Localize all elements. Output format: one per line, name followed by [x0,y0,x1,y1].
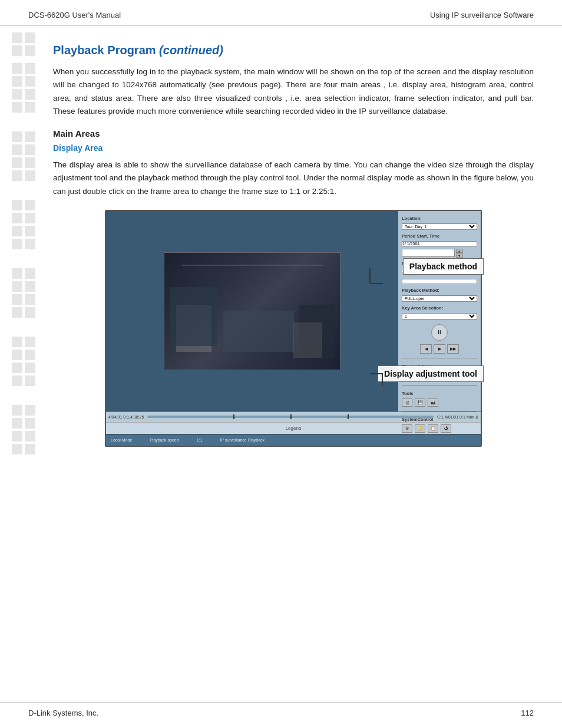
video-area: Front Door 2001/01/03 01:38:24 Playback … [106,211,398,411]
timeline-left: 4/04/01 0:1,4:38:25 [108,415,144,419]
timeline-bar[interactable] [147,416,434,418]
status-playback-speed: Playback speed [150,438,178,442]
display-adj-label: DisplayAdjust [402,364,477,369]
footer-left: D-Link Systems, Inc. [28,709,98,717]
intro-paragraph: When you successfully log in to the play… [53,65,534,118]
display-adj-row: 🔍 🔍 ■ [402,371,477,381]
status-bar: Local Mode Playback speed 1:1 IP surveil… [106,434,481,446]
period-end-time2-input[interactable] [402,279,477,284]
tools-label: Tools [402,391,477,396]
zoom-out-icon[interactable]: 🔍 [414,371,423,381]
location-select[interactable]: Tour: Day_1 [402,223,477,230]
key-area-label: Key Area Selection: [402,305,477,311]
sys-icon-3[interactable]: 📋 [428,424,438,433]
footer-right: 112 [521,709,534,717]
color-adj-icon[interactable]: ■ [425,371,435,381]
tool-cam-icon[interactable]: 📷 [428,398,438,407]
main-circle-button-group: ⏸ [402,324,477,341]
section-title: Playback Program (continued) [53,44,534,57]
period-end-time-input[interactable] [402,249,455,257]
video-frame: Front Door 2001/01/03 01:38:24 [164,252,340,370]
play-btn-next[interactable]: ▶▶ [447,344,459,354]
status-ip: IP surveillance Playback [220,438,265,442]
sys-icon-2[interactable]: 🔔 [415,424,425,433]
playback-method-label: Playback Method: [402,288,477,293]
sys-icon-1[interactable]: ⚙ [402,424,412,433]
legend-label: Legend [286,426,302,431]
sidebar-decoration [12,32,35,471]
screenshot-inner: Front Door 2001/01/03 01:38:24 Playback … [106,211,481,411]
display-area-subtitle: Display Area [53,143,534,153]
display-area-text: The display area is able to show the sur… [53,159,534,198]
period-start-input[interactable] [402,241,477,246]
system-ctrl-row: ⚙ 🔔 📋 ⏻ [402,424,477,433]
zoom-in-icon[interactable]: 🔍 [402,371,411,381]
video-content [164,253,340,370]
main-content: Playback Program (continued) When you su… [53,26,534,447]
header-right: Using IP surveillance Software [430,11,534,19]
status-ratio: 1:1 [197,438,203,442]
period-start-label: Period Start. Time [402,233,477,239]
playback-method-select[interactable]: FULL-oper [402,295,477,302]
main-areas-title: Main Areas [53,129,534,139]
tools-row: 🖨 💾 📷 [402,398,477,407]
key-area-select[interactable]: 1 [402,313,477,319]
spinner-up[interactable]: ▲ [456,249,463,253]
period-end-spinner: ▲ ▼ [402,249,477,258]
play-btn-prev[interactable]: ◀ [420,344,432,354]
panel-divider-3 [402,411,477,411]
play-controls: ◀ ▶ ▶▶ [402,344,477,354]
timeline-right: C:1,4/01/01 0:1 Mon & [437,415,478,419]
tool-print-icon[interactable]: 🖨 [402,398,412,407]
right-panel: Location: Tour: Day_1 Period Start. Time… [398,211,481,411]
screenshot-container: Front Door 2001/01/03 01:38:24 Playback … [105,210,482,447]
location-label: Location: [402,216,477,221]
play-btn-play[interactable]: ▶ [434,344,445,354]
panel-divider-1 [402,358,477,358]
period-end-label: Period End. Time [402,261,477,266]
tool-save-icon[interactable]: 💾 [415,398,425,407]
period-end-input[interactable] [402,269,477,274]
sys-icon-4[interactable]: ⏻ [441,424,451,433]
header-left: DCS-6620G User's Manual [28,11,121,19]
panel-divider-2 [402,385,477,386]
spinner-down[interactable]: ▼ [456,253,463,258]
page-footer: D-Link Systems, Inc. 112 [0,702,562,728]
page-header: DCS-6620G User's Manual Using IP surveil… [0,0,562,26]
main-circle-button[interactable]: ⏸ [431,324,448,341]
status-local: Local Mode [111,438,132,442]
